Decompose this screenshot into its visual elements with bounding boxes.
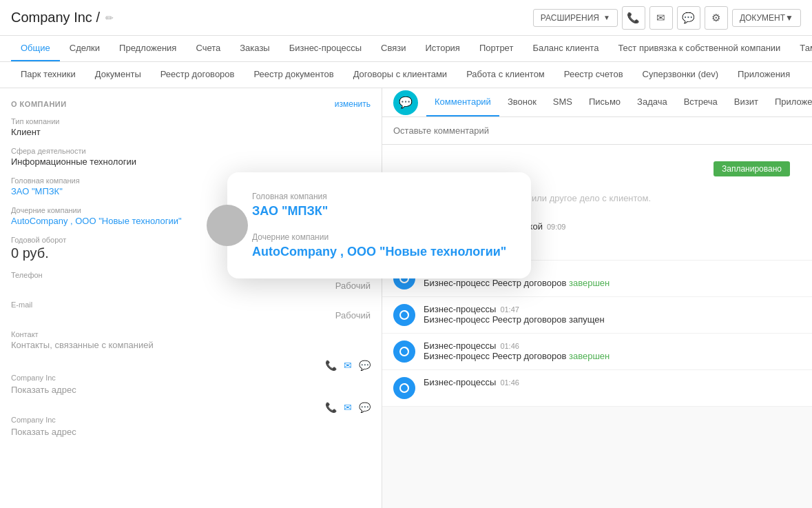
- nav-tab-суперзвонки-(dev)[interactable]: Суперзвонки (dev): [633, 62, 729, 88]
- company-type-field: Тип компании Клиент: [11, 117, 371, 137]
- email-contact-icon2[interactable]: ✉: [344, 402, 352, 413]
- comm-tab-Звонок[interactable]: Звонок: [499, 88, 545, 116]
- nav-tab-таможня[interactable]: Таможня: [790, 36, 812, 61]
- comm-tab-Комментарий[interactable]: Комментарий: [426, 88, 499, 116]
- settings-icon-button[interactable]: ⚙: [705, 6, 728, 30]
- email-label: E-mail: [11, 301, 371, 309]
- header-right: РАСШИРЕНИЯ ▼ 📞 ✉ 💬 ⚙ ДОКУМЕНТ ▼: [533, 6, 801, 30]
- edit-icon[interactable]: ✏: [105, 12, 114, 23]
- company-contact-1: 📞 ✉ 💬 Company Inc Показать адрес: [11, 360, 371, 395]
- email-icon-button[interactable]: ✉: [649, 6, 673, 30]
- header-left: Company Inc / ✏: [11, 10, 114, 26]
- activity-item: Бизнес-процессы01:46Бизнес-процесс Реест…: [382, 334, 812, 370]
- nav-tab-бизнес-процессы[interactable]: Бизнес-процессы: [280, 36, 371, 61]
- activity-content: Бизнес-процессы01:47Бизнес-процесс Реест…: [424, 304, 801, 325]
- section-header: О КОМПАНИИ изменить: [11, 99, 371, 109]
- comm-tab-Задача[interactable]: Задача: [629, 88, 676, 116]
- tooltip-parent-label: Головная компания: [252, 192, 506, 201]
- activity-field: Сфера деятельности Информационные технол…: [11, 147, 371, 167]
- nav-tab-реестр-счетов[interactable]: Реестр счетов: [554, 62, 633, 88]
- расширения-button[interactable]: РАСШИРЕНИЯ ▼: [533, 9, 618, 27]
- comment-input-area: [382, 117, 812, 145]
- nav-tab-реестр-документов[interactable]: Реестр документов: [244, 62, 343, 88]
- comm-tab-SMS[interactable]: SMS: [545, 88, 581, 116]
- nav-tabs-row2: Парк техникиДокументыРеестр договоровРее…: [0, 62, 812, 88]
- chat-contact-icon[interactable]: 💬: [359, 360, 371, 371]
- activity-value: Информационные технологии: [11, 156, 371, 167]
- header: Company Inc / ✏ РАСШИРЕНИЯ ▼ 📞 ✉ 💬 ⚙ ДОК…: [0, 0, 812, 36]
- activity-sub: Бизнес-процесс Реестр договоров запущен: [424, 314, 801, 325]
- nav-tab-портрет[interactable]: Портрет: [470, 36, 523, 61]
- contact-field: Контакт Контакты, связанные с компанией: [11, 330, 371, 350]
- nav-tab-парк-техники[interactable]: Парк техники: [11, 62, 85, 88]
- activity-sub: Бизнес-процесс Реестр договоров завершен: [424, 278, 801, 288]
- phone-type: Рабочий: [335, 281, 371, 291]
- nav-tab-предложения[interactable]: Предложения: [110, 36, 186, 61]
- comm-tabs: 💬 КомментарийЗвонокSMSПисьмоЗадачаВстреч…: [382, 88, 812, 117]
- main-content: О КОМПАНИИ изменить Тип компании Клиент …: [0, 88, 812, 508]
- scheduled-badge[interactable]: Запланировано: [714, 161, 790, 176]
- nav-tab-документы[interactable]: Документы: [85, 62, 151, 88]
- phone-contact-icon[interactable]: 📞: [325, 360, 337, 371]
- chat-contact-icon2[interactable]: 💬: [359, 402, 371, 413]
- show-address-1[interactable]: Показать адрес: [11, 385, 371, 395]
- section-label: О КОМПАНИИ: [11, 100, 67, 108]
- activity-title: Бизнес-процессы01:46: [424, 377, 801, 387]
- contact-placeholder: Контакты, связанные с компанией: [11, 340, 371, 350]
- comm-tab-Встреча[interactable]: Встреча: [676, 88, 726, 116]
- phone-icon-button[interactable]: 📞: [622, 6, 645, 30]
- chat-icon-button[interactable]: 💬: [677, 6, 700, 30]
- email-type: Рабочий: [335, 310, 371, 321]
- document-button[interactable]: ДОКУМЕНТ ▼: [732, 9, 801, 27]
- show-address-2[interactable]: Показать адрес: [11, 427, 371, 437]
- process-icon: [393, 304, 415, 326]
- contact-company-label2: Company Inc: [11, 416, 371, 424]
- nav-tab-счета[interactable]: Счета: [186, 36, 230, 61]
- nav-tab-сделки[interactable]: Сделки: [60, 36, 110, 61]
- nav-tab-заказы[interactable]: Заказы: [230, 36, 279, 61]
- tooltip-subsidiary-label: Дочерние компании: [252, 232, 506, 242]
- company-type-label: Тип компании: [11, 117, 371, 125]
- company-title: Company Inc /: [11, 10, 100, 26]
- nav-tabs-row1: ОбщиеСделкиПредложенияСчетаЗаказыБизнес-…: [0, 36, 812, 62]
- activity-title: Бизнес-процессы01:47: [424, 304, 801, 314]
- nav-tab-работа-с-клиентом[interactable]: Работа с клиентом: [457, 62, 554, 88]
- process-icon: [393, 341, 415, 363]
- comment-input-field[interactable]: [393, 125, 801, 136]
- activity-content: Бизнес-процессы01:46Бизнес-процесс Реест…: [424, 341, 801, 361]
- activity-item: Бизнес-процессы01:47Бизнес-процесс Реест…: [382, 297, 812, 334]
- nav-tab-история[interactable]: История: [416, 36, 470, 61]
- nav-tab-тест-привязка-к-собственной-компании[interactable]: Тест привязка к собственной компании: [608, 36, 790, 61]
- tooltip-parent-value: ЗАО "МПЗК": [252, 204, 506, 219]
- tooltip-popup: Головная компания ЗАО "МПЗК" Дочерние ко…: [227, 172, 531, 278]
- phone-contact-icon2[interactable]: 📞: [325, 402, 337, 413]
- comm-tab-Письмо[interactable]: Письмо: [581, 88, 629, 116]
- chat-bubble-button[interactable]: 💬: [393, 90, 418, 115]
- email-contact-icon[interactable]: ✉: [344, 360, 352, 371]
- comm-tab-Приложения[interactable]: Приложения: [767, 88, 812, 116]
- nav-tab-реестр-договоров[interactable]: Реестр договоров: [151, 62, 244, 88]
- activity-content: Бизнес-процессы01:46: [424, 377, 801, 387]
- nav-tab-общие[interactable]: Общие: [11, 36, 60, 61]
- tooltip-subsidiary-value: AutoCompany , ООО "Новые технологии": [252, 245, 506, 259]
- company-type-value: Клиент: [11, 127, 371, 137]
- chevron-down-icon: ▼: [785, 13, 793, 23]
- activity-label: Сфера деятельности: [11, 147, 371, 155]
- nav-tab-договоры-с-клиентами[interactable]: Договоры с клиентами: [344, 62, 457, 88]
- change-link[interactable]: изменить: [335, 99, 371, 109]
- nav-tab-баланс-клиента[interactable]: Баланс клиента: [523, 36, 608, 61]
- nav-tab-связи[interactable]: Связи: [371, 36, 415, 61]
- activity-sub: Бизнес-процесс Реестр договоров завершен: [424, 351, 801, 361]
- activity-title: Бизнес-процессы01:46: [424, 341, 801, 351]
- process-icon: [393, 377, 415, 399]
- activity-item: Бизнес-процессы01:46: [382, 370, 812, 407]
- company-contact-2: 📞 ✉ 💬 Company Inc Показать адрес: [11, 402, 371, 437]
- left-panel: О КОМПАНИИ изменить Тип компании Клиент …: [0, 88, 382, 508]
- email-field: E-mail Рабочий: [11, 301, 371, 321]
- contact-label: Контакт: [11, 330, 371, 338]
- right-panel: 💬 КомментарийЗвонокSMSПисьмоЗадачаВстреч…: [382, 88, 812, 508]
- contact-company-label1: Company Inc: [11, 374, 371, 382]
- chevron-down-icon: ▼: [603, 14, 610, 21]
- comm-tab-Визит[interactable]: Визит: [726, 88, 767, 116]
- nav-tab-приложения[interactable]: Приложения: [728, 62, 800, 88]
